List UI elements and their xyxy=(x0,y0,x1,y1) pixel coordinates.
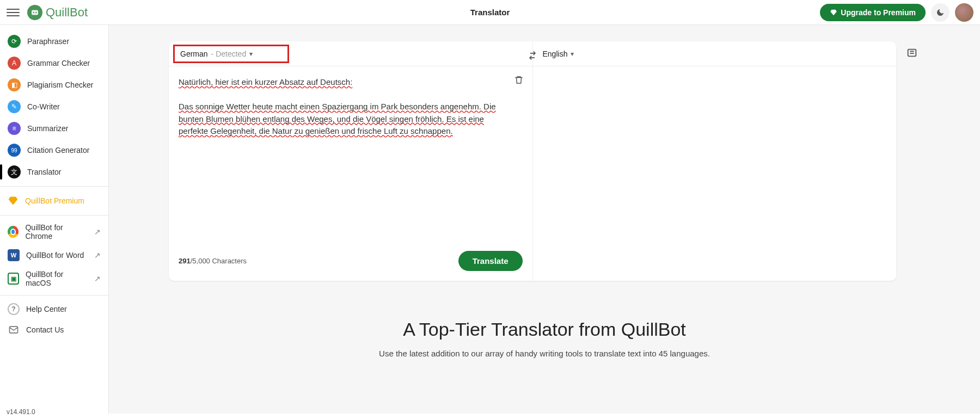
grammar-icon: A xyxy=(8,57,21,70)
sidebar-item-summarizer[interactable]: ≡ Summarizer xyxy=(0,118,108,139)
promo-heading: A Top-Tier Translator from QuillBot xyxy=(169,319,920,340)
help-label: Contact Us xyxy=(26,325,64,334)
source-language-label: German xyxy=(180,50,208,58)
sidebar-item-label: Summarizer xyxy=(27,124,68,133)
quillbot-logo-icon xyxy=(27,5,42,20)
chrome-icon xyxy=(8,226,19,238)
detected-suffix: - Detected xyxy=(211,50,247,58)
sidebar-item-label: Citation Generator xyxy=(27,146,89,155)
sidebar-item-label: Plagiarism Checker xyxy=(27,81,93,89)
target-text-area[interactable] xyxy=(533,66,897,281)
history-button[interactable] xyxy=(904,45,920,61)
brand-name: QuillBot xyxy=(46,5,88,20)
sidebar-item-label: Paraphraser xyxy=(27,37,69,46)
help-label: Help Center xyxy=(26,305,67,313)
source-text-paragraph: Das sonnige Wetter heute macht einen Spa… xyxy=(179,101,500,138)
translate-button[interactable]: Translate xyxy=(458,251,523,271)
paraphraser-icon: ⟳ xyxy=(8,35,21,48)
sidebar-item-translator[interactable]: 文 Translator xyxy=(0,161,108,183)
sidebar-item-label: Translator xyxy=(27,168,62,176)
extension-macos[interactable]: ▣ QuillBot for macOS ↗ xyxy=(0,266,108,292)
extension-label: QuillBot for Chrome xyxy=(25,223,88,241)
diamond-icon xyxy=(830,9,837,16)
svg-point-2 xyxy=(35,11,36,13)
external-link-icon: ↗ xyxy=(94,227,101,236)
mail-icon xyxy=(8,324,20,336)
extension-label: QuillBot for macOS xyxy=(26,270,88,287)
sidebar: ⟳ Paraphraser A Grammar Checker ◧ Plagia… xyxy=(0,25,109,414)
brand-logo[interactable]: QuillBot xyxy=(27,5,88,20)
extension-label: QuillBot for Word xyxy=(26,251,84,260)
sidebar-item-plagiarism[interactable]: ◧ Plagiarism Checker xyxy=(0,74,108,96)
swap-languages-button[interactable] xyxy=(525,48,540,63)
sidebar-item-label: Co-Writer xyxy=(27,102,60,111)
target-pane: English ▾ xyxy=(532,41,897,281)
menu-toggle-button[interactable] xyxy=(7,6,20,19)
char-max: /5,000 Characters xyxy=(191,257,247,265)
sidebar-item-citation[interactable]: 99 Citation Generator xyxy=(0,139,108,161)
promo-subtext: Use the latest addition to our array of … xyxy=(169,349,920,358)
upgrade-premium-label: Upgrade to Premium xyxy=(841,8,916,17)
external-link-icon: ↗ xyxy=(94,274,101,283)
char-current: 291 xyxy=(179,257,191,265)
user-avatar[interactable] xyxy=(955,3,973,22)
source-language-dropdown[interactable]: German - Detected ▾ xyxy=(180,50,253,58)
extension-word[interactable]: W QuillBot for Word ↗ xyxy=(0,245,108,266)
moon-icon xyxy=(936,8,945,17)
word-icon: W xyxy=(8,249,20,261)
target-language-dropdown[interactable]: English ▾ xyxy=(543,50,574,58)
translator-card: German - Detected ▾ Natürlich, hier ist … xyxy=(169,41,896,281)
highlight-box: German - Detected ▾ xyxy=(173,45,289,63)
source-text-line1: Natürlich, hier ist ein kurzer Absatz au… xyxy=(179,76,500,89)
sidebar-premium-label: QuillBot Premium xyxy=(25,196,84,205)
svg-rect-0 xyxy=(32,10,38,15)
citation-icon: 99 xyxy=(8,144,21,157)
summarizer-icon: ≡ xyxy=(8,122,21,135)
svg-point-1 xyxy=(33,11,34,13)
source-text-area[interactable]: Natürlich, hier ist ein kurzer Absatz au… xyxy=(169,66,532,244)
chevron-down-icon: ▾ xyxy=(571,50,574,58)
target-language-label: English xyxy=(543,50,568,58)
theme-toggle-button[interactable] xyxy=(931,3,950,22)
help-icon: ? xyxy=(8,303,20,315)
translator-icon: 文 xyxy=(8,165,21,178)
character-count: 291/5,000 Characters xyxy=(179,257,247,265)
sidebar-premium-link[interactable]: QuillBot Premium xyxy=(0,190,108,212)
extension-chrome[interactable]: QuillBot for Chrome ↗ xyxy=(0,219,108,245)
macos-icon: ▣ xyxy=(8,273,19,285)
contact-us-link[interactable]: Contact Us xyxy=(0,319,108,340)
help-center-link[interactable]: ? Help Center xyxy=(0,299,108,319)
main-content: German - Detected ▾ Natürlich, hier ist … xyxy=(109,25,980,414)
page-title: Translator xyxy=(470,8,510,17)
promo-section: A Top-Tier Translator from QuillBot Use … xyxy=(169,319,920,369)
external-link-icon: ↗ xyxy=(94,251,101,260)
app-header: QuillBot Translator Upgrade to Premium xyxy=(0,0,980,25)
diamond-icon xyxy=(8,195,19,206)
cowriter-icon: ✎ xyxy=(8,100,21,113)
chevron-down-icon: ▾ xyxy=(249,50,253,58)
sidebar-item-paraphraser[interactable]: ⟳ Paraphraser xyxy=(0,30,108,52)
source-pane: German - Detected ▾ Natürlich, hier ist … xyxy=(169,41,532,281)
sidebar-item-label: Grammar Checker xyxy=(27,59,90,67)
version-label: v14.491.0 xyxy=(7,408,35,414)
sidebar-item-cowriter[interactable]: ✎ Co-Writer xyxy=(0,96,108,118)
clear-input-button[interactable] xyxy=(514,75,524,85)
upgrade-premium-button[interactable]: Upgrade to Premium xyxy=(820,4,926,21)
sidebar-item-grammar[interactable]: A Grammar Checker xyxy=(0,52,108,74)
plagiarism-icon: ◧ xyxy=(8,78,21,91)
